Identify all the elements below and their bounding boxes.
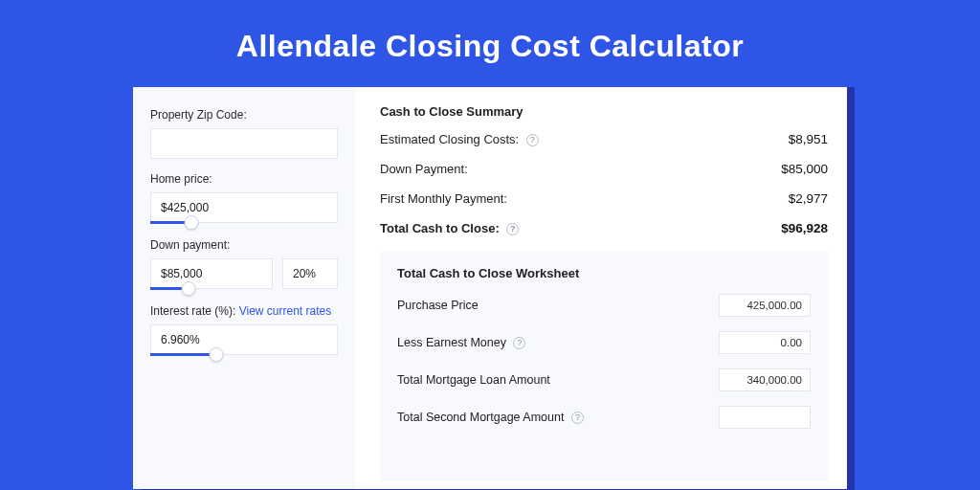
worksheet-row-label: Purchase Price — [397, 299, 479, 312]
down-payment-group: Down payment: — [150, 238, 338, 291]
summary-row-value: $2,977 — [789, 191, 828, 206]
summary-row-label: Estimated Closing Costs: — [380, 132, 519, 146]
zip-input[interactable] — [150, 128, 338, 159]
down-payment-pct-input[interactable] — [282, 258, 338, 289]
interest-rate-slider[interactable] — [150, 353, 338, 357]
home-price-slider[interactable] — [150, 221, 338, 225]
slider-thumb-icon[interactable] — [209, 347, 223, 362]
zip-label: Property Zip Code: — [150, 108, 338, 122]
interest-rate-label: Interest rate (%): View current rates — [150, 304, 338, 318]
summary-title: Cash to Close Summary — [380, 104, 828, 119]
down-payment-input[interactable] — [150, 258, 273, 289]
interest-rate-input[interactable] — [150, 324, 338, 355]
view-rates-link[interactable]: View current rates — [239, 304, 332, 318]
worksheet-row: Total Second Mortgage Amount ? — [397, 406, 811, 429]
home-price-label: Home price: — [150, 172, 338, 186]
worksheet-row-label: Total Mortgage Loan Amount — [397, 373, 550, 387]
summary-row: Down Payment: $85,000 — [380, 162, 828, 176]
help-icon[interactable]: ? — [506, 223, 519, 235]
zip-group: Property Zip Code: — [150, 108, 338, 159]
summary-row: First Monthly Payment: $2,977 — [380, 191, 828, 206]
summary-row-value: $85,000 — [781, 162, 828, 176]
help-icon[interactable]: ? — [513, 337, 525, 349]
summary-row: Estimated Closing Costs: ? $8,951 — [380, 132, 828, 146]
summary-total-label: Total Cash to Close: — [380, 221, 500, 235]
summary-total-row: Total Cash to Close: ? $96,928 — [380, 221, 828, 235]
inputs-pane: Property Zip Code: Home price: Down paym… — [133, 87, 355, 489]
home-price-group: Home price: — [150, 172, 338, 225]
down-payment-slider[interactable] — [150, 287, 270, 291]
summary-row-label: First Monthly Payment: — [380, 191, 507, 206]
results-pane: Cash to Close Summary Estimated Closing … — [355, 87, 847, 489]
worksheet-title: Total Cash to Close Worksheet — [397, 266, 811, 280]
calculator-card: Property Zip Code: Home price: Down paym… — [133, 87, 847, 489]
summary-total-value: $96,928 — [781, 221, 828, 235]
worksheet-row-label: Less Earnest Money — [397, 336, 506, 349]
worksheet-row: Total Mortgage Loan Amount — [397, 368, 811, 391]
mortgage-loan-input[interactable] — [719, 368, 811, 391]
interest-rate-label-text: Interest rate (%): — [150, 304, 235, 318]
home-price-input[interactable] — [150, 192, 338, 223]
interest-rate-group: Interest rate (%): View current rates — [150, 304, 338, 357]
help-icon[interactable]: ? — [571, 412, 584, 424]
worksheet-section: Total Cash to Close Worksheet Purchase P… — [380, 251, 828, 481]
worksheet-row: Purchase Price — [397, 294, 811, 317]
summary-row-label: Down Payment: — [380, 162, 468, 176]
second-mortgage-input[interactable] — [719, 406, 811, 429]
down-payment-label: Down payment: — [150, 238, 338, 252]
help-icon[interactable]: ? — [526, 134, 539, 146]
earnest-money-input[interactable] — [719, 331, 811, 354]
worksheet-row-label: Total Second Mortgage Amount — [397, 411, 564, 424]
page-title: Allendale Closing Cost Calculator — [0, 0, 980, 87]
summary-row-value: $8,951 — [789, 132, 828, 146]
worksheet-row: Less Earnest Money ? — [397, 331, 811, 354]
purchase-price-input[interactable] — [719, 294, 811, 317]
slider-thumb-icon[interactable] — [182, 281, 196, 296]
slider-thumb-icon[interactable] — [185, 215, 199, 230]
